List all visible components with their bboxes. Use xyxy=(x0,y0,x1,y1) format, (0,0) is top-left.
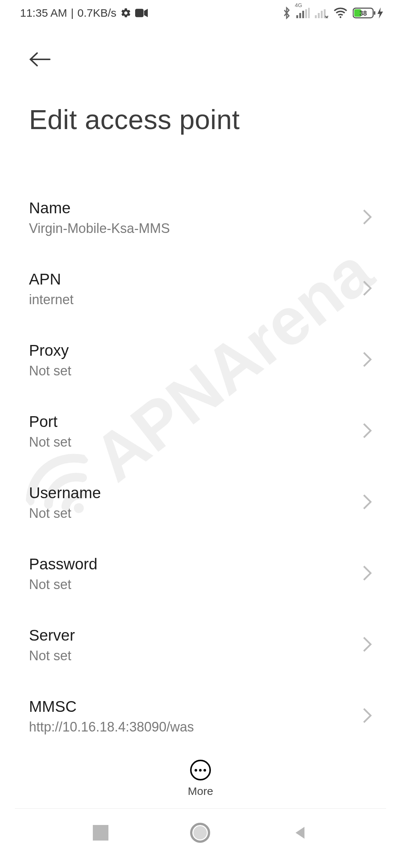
row-label: MMSC xyxy=(29,698,194,716)
svg-rect-6 xyxy=(315,15,317,18)
row-port[interactable]: Port Not set xyxy=(29,397,372,468)
signal-sim2-icon xyxy=(315,8,328,18)
svg-text:38: 38 xyxy=(359,10,367,17)
row-label: APN xyxy=(29,270,74,288)
video-camera-icon xyxy=(135,9,148,17)
row-label: Password xyxy=(29,555,97,573)
row-server[interactable]: Server Not set xyxy=(29,611,372,682)
status-time: 11:35 AM xyxy=(20,7,67,19)
status-network-speed: 0.7KB/s xyxy=(78,7,117,19)
bluetooth-icon xyxy=(282,7,291,19)
row-value: internet xyxy=(29,292,74,308)
more-button[interactable]: More xyxy=(188,760,213,798)
chevron-right-icon xyxy=(362,494,372,512)
row-password[interactable]: Password Not set xyxy=(29,540,372,611)
settings-gear-icon xyxy=(120,7,131,19)
row-value: http://10.16.18.4:38090/was xyxy=(29,719,194,735)
svg-rect-13 xyxy=(374,11,375,15)
row-proxy[interactable]: Proxy Not set xyxy=(29,326,372,397)
nav-back-button[interactable] xyxy=(292,825,308,841)
chevron-right-icon xyxy=(362,636,372,654)
nav-recents-button[interactable] xyxy=(93,825,108,841)
row-value: Virgin-Mobile-Ksa-MMS xyxy=(29,221,170,236)
svg-rect-5 xyxy=(308,8,310,18)
row-label: Name xyxy=(29,199,170,217)
charging-bolt-icon xyxy=(377,7,383,19)
chevron-right-icon xyxy=(362,280,372,298)
chevron-right-icon xyxy=(362,351,372,369)
app-header: Edit access point xyxy=(0,26,401,135)
back-button[interactable] xyxy=(29,48,51,70)
more-dots-icon xyxy=(190,760,211,780)
row-label: Server xyxy=(29,627,75,644)
svg-rect-3 xyxy=(302,11,304,18)
chevron-right-icon xyxy=(362,423,372,440)
svg-rect-9 xyxy=(324,9,326,18)
battery-indicator: 38 xyxy=(353,7,383,19)
more-bar: More xyxy=(0,760,401,798)
arrow-left-icon xyxy=(29,52,51,67)
system-nav-bar xyxy=(0,809,401,868)
row-value: Not set xyxy=(29,577,97,592)
row-value: Not set xyxy=(29,506,101,521)
row-value: Not set xyxy=(29,434,71,450)
svg-rect-0 xyxy=(135,9,144,17)
svg-point-10 xyxy=(340,16,342,18)
status-bar: 11:35 AM | 0.7KB/s 4G 38 xyxy=(0,0,401,26)
nav-home-button[interactable] xyxy=(190,823,210,843)
page-title: Edit access point xyxy=(29,104,372,135)
svg-rect-1 xyxy=(296,15,298,18)
status-separator: | xyxy=(71,7,74,19)
settings-list: Name Virgin-Mobile-Ksa-MMS APN internet … xyxy=(0,184,401,762)
svg-rect-7 xyxy=(318,13,320,18)
row-value: Not set xyxy=(29,363,71,379)
chevron-right-icon xyxy=(362,707,372,725)
wifi-icon xyxy=(333,7,348,19)
row-label: Proxy xyxy=(29,342,71,359)
status-left: 11:35 AM | 0.7KB/s xyxy=(20,7,148,19)
chevron-right-icon xyxy=(362,565,372,583)
row-mmsc[interactable]: MMSC http://10.16.18.4:38090/was xyxy=(29,682,372,753)
svg-rect-8 xyxy=(321,11,323,18)
signal-sim1-icon: 4G xyxy=(296,8,310,18)
row-label: Port xyxy=(29,413,71,431)
row-label: Username xyxy=(29,484,101,502)
row-apn[interactable]: APN internet xyxy=(29,255,372,326)
chevron-right-icon xyxy=(362,209,372,227)
svg-rect-2 xyxy=(299,13,301,18)
more-label: More xyxy=(188,785,213,798)
row-value: Not set xyxy=(29,648,75,664)
status-right: 4G 38 xyxy=(282,7,383,19)
row-name[interactable]: Name Virgin-Mobile-Ksa-MMS xyxy=(29,184,372,255)
row-username[interactable]: Username Not set xyxy=(29,468,372,540)
svg-rect-4 xyxy=(305,9,307,18)
